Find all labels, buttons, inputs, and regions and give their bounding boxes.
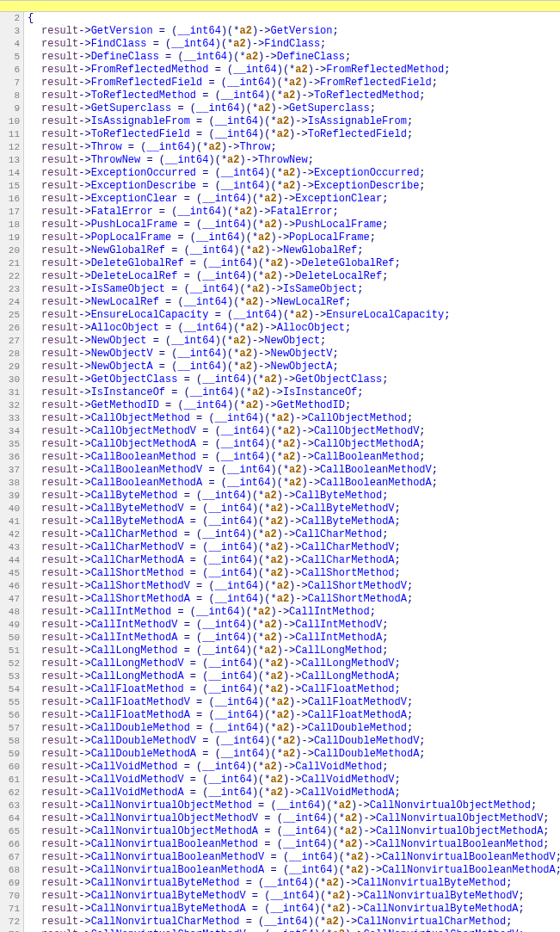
rhs-member: DeleteGlobalRef <box>302 257 395 269</box>
lhs-member: NewGlobalRef <box>91 244 165 256</box>
lhs-member: CallShortMethodA <box>91 593 190 605</box>
arg-name: a2 <box>271 515 283 528</box>
line-number: 33 <box>0 412 20 425</box>
lhs-member: CallCharMethodA <box>91 554 184 566</box>
arg-name: a2 <box>252 386 264 398</box>
cast-type: __int64 <box>184 322 227 334</box>
code-line: result->NewObjectA = (__int64)(*a2)->New… <box>28 361 560 373</box>
code-line: result->IsSameObject = (__int64)(*a2)->I… <box>28 283 560 296</box>
line-number: 72 <box>0 916 20 929</box>
result-var: result <box>41 425 78 437</box>
line-number: 39 <box>0 490 20 503</box>
code-line: result->CallLongMethodV = (__int64)(*a2)… <box>28 657 560 670</box>
code-line: result->GetVersion = (__int64)(*a2)->Get… <box>28 25 560 38</box>
rhs-member: CallCharMethodA <box>302 554 395 566</box>
lhs-member: CallLongMethodA <box>91 670 184 682</box>
cast-type: __int64 <box>208 670 251 682</box>
arg-name: a2 <box>208 141 220 153</box>
line-number: 42 <box>0 528 20 541</box>
line-number: 21 <box>0 257 20 270</box>
line-number: 36 <box>0 451 20 464</box>
arg-name: a2 <box>283 180 295 192</box>
line-number: 3 <box>0 25 20 38</box>
rhs-member: CallIntMethodV <box>295 619 382 631</box>
line-number: 58 <box>0 735 20 748</box>
rhs-member: CallNonvirtualCharMethodV <box>364 929 519 932</box>
arg-name: a2 <box>264 219 276 231</box>
arg-name: a2 <box>252 244 264 256</box>
cast-type: __int64 <box>233 64 276 76</box>
result-var: result <box>41 890 78 902</box>
line-number: 37 <box>0 464 20 477</box>
cast-type: __int64 <box>289 864 332 876</box>
cast-type: __int64 <box>165 154 208 166</box>
rhs-member: GetVersion <box>271 25 333 37</box>
cast-type: __int64 <box>215 722 258 734</box>
cast-type: __int64 <box>227 477 270 489</box>
code-line: result->IsInstanceOf = (__int64)(*a2)->I… <box>28 386 560 399</box>
cast-type: __int64 <box>208 774 251 786</box>
result-var: result <box>41 154 78 166</box>
cast-type: __int64 <box>202 761 245 773</box>
cast-type: __int64 <box>184 296 227 308</box>
rhs-member: PopLocalFrame <box>289 231 370 244</box>
lhs-member: CallByteMethodA <box>91 515 184 528</box>
lhs-member: CallBooleanMethodV <box>91 464 203 476</box>
rhs-member: CallFloatMethodA <box>308 709 407 721</box>
rhs-member: IsInstanceOf <box>283 386 357 398</box>
rhs-member: AllocObject <box>277 322 345 334</box>
rhs-member: FromReflectedField <box>320 77 432 89</box>
code-line: result->CallLongMethodA = (__int64)(*a2)… <box>28 670 560 683</box>
result-var: result <box>41 167 78 179</box>
lhs-member: IsSameObject <box>91 283 165 295</box>
line-number: 73 <box>0 929 20 932</box>
arg-name: a2 <box>271 670 283 682</box>
rhs-member: CallFloatMethod <box>302 683 395 695</box>
cast-type: __int64 <box>283 825 326 837</box>
code-body[interactable]: {result->GetVersion = (__int64)(*a2)->Ge… <box>24 12 560 932</box>
arg-name: a2 <box>271 257 283 269</box>
arg-name: a2 <box>264 193 276 205</box>
lhs-member: CallObjectMethod <box>91 412 190 424</box>
code-line: result->CallObjectMethod = (__int64)(*a2… <box>28 412 560 425</box>
code-line: result->ThrowNew = (__int64)(*a2)->Throw… <box>28 154 560 167</box>
rhs-member: CallNonvirtualBooleanMethodA <box>382 864 556 876</box>
line-number: 25 <box>0 309 20 322</box>
result-var: result <box>41 206 78 218</box>
line-number: 14 <box>0 167 20 180</box>
code-line: result->CallShortMethodA = (__int64)(*a2… <box>28 593 560 606</box>
result-var: result <box>41 606 78 618</box>
result-var: result <box>41 464 78 476</box>
rhs-member: CallNonvirtualObjectMethod <box>370 799 531 812</box>
arg-name: a2 <box>345 812 357 824</box>
lhs-member: DeleteGlobalRef <box>91 257 184 269</box>
result-var: result <box>41 219 78 231</box>
result-var: result <box>41 670 78 682</box>
cast-type: __int64 <box>202 528 245 540</box>
line-number: 46 <box>0 580 20 593</box>
lhs-member: NewObject <box>91 335 147 347</box>
result-var: result <box>41 851 78 863</box>
result-var: result <box>41 877 78 889</box>
rhs-member: PushLocalFrame <box>295 219 382 231</box>
rhs-member: CallCharMethod <box>295 528 382 540</box>
arg-name: a2 <box>271 683 283 695</box>
rhs-member: CallNonvirtualByteMethod <box>357 877 506 889</box>
lhs-member: CallVoidMethod <box>91 761 178 773</box>
result-var: result <box>41 399 78 411</box>
code-line: result->CallVoidMethod = (__int64)(*a2)-… <box>28 761 560 774</box>
arg-name: a2 <box>277 696 289 708</box>
cast-type: __int64 <box>196 231 239 244</box>
arg-name: a2 <box>326 916 338 928</box>
cast-type: __int64 <box>196 606 239 618</box>
arg-name: a2 <box>271 787 283 799</box>
result-var: result <box>41 180 78 192</box>
lhs-member: PopLocalFrame <box>91 231 172 244</box>
cast-type: __int64 <box>177 361 220 373</box>
rhs-member: CallByteMethodV <box>302 503 395 515</box>
cast-type: __int64 <box>146 141 189 153</box>
lhs-member: CallNonvirtualCharMethod <box>91 916 240 928</box>
line-number: 18 <box>0 219 20 231</box>
cast-type: __int64 <box>221 180 264 192</box>
rhs-member: ExceptionClear <box>295 193 382 205</box>
